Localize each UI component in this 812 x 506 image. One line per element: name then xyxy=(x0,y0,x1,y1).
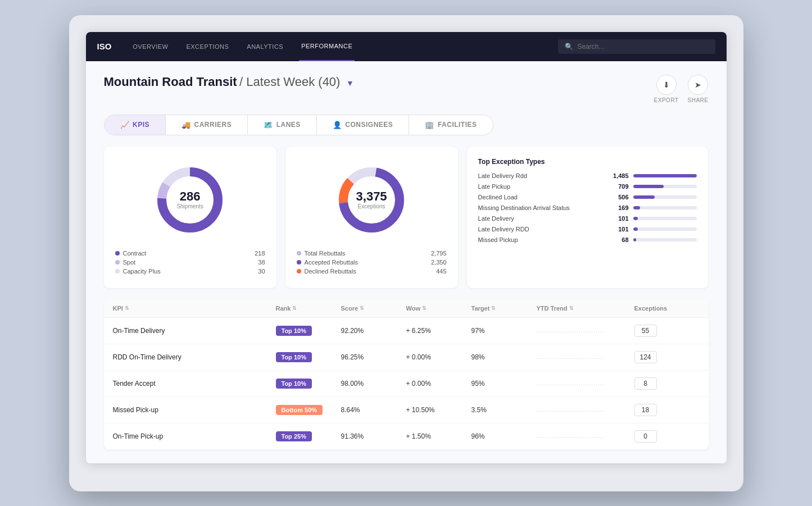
exc-bar-fill xyxy=(633,185,664,188)
kpi-ytd-trend: ................................ xyxy=(537,380,634,386)
search-bar[interactable]: 🔍 xyxy=(558,39,715,54)
table-row[interactable]: Missed Pick-up Bottom 50% 8.64% + 10.50%… xyxy=(104,397,709,423)
contract-label: Contract xyxy=(123,250,147,257)
nav-logo: ISO xyxy=(97,42,112,51)
spot-value: 38 xyxy=(258,259,265,266)
sort-ytd-icon[interactable]: ⇅ xyxy=(569,306,574,311)
th-exceptions: Exceptions xyxy=(634,305,700,312)
sort-score-icon[interactable]: ⇅ xyxy=(360,306,364,311)
total-rebuttals-label: Total Rebuttals xyxy=(305,250,346,257)
exc-bar-bg xyxy=(633,206,697,209)
kpi-rank: Top 25% xyxy=(276,431,341,441)
exc-value: 506 xyxy=(606,194,629,200)
shipments-label: Shipments xyxy=(176,203,203,209)
exc-name: Missed Pickup xyxy=(478,236,602,243)
consignees-icon: 👤 xyxy=(333,121,342,129)
kpi-name: Missed Pick-up xyxy=(113,406,276,414)
kpi-score: 98.00% xyxy=(341,380,406,388)
search-input[interactable] xyxy=(578,43,709,51)
sort-target-icon[interactable]: ⇅ xyxy=(491,306,496,311)
rank-badge: Bottom 50% xyxy=(276,405,323,415)
header-actions: ⬇ EXPORT ➤ SHARE xyxy=(654,75,709,103)
kpi-table: KPI⇅ Rank⇅ Score⇅ Wow⇅ Target⇅ YTD Trend… xyxy=(104,299,709,450)
exc-name: Late Delivery RDD xyxy=(478,226,602,233)
th-kpi: KPI⇅ xyxy=(113,305,276,312)
exceptions-center: 3,375 Exceptions xyxy=(356,190,387,209)
kpi-exceptions: 124 xyxy=(634,351,700,363)
export-icon: ⬇ xyxy=(656,75,677,95)
total-rebuttals-value: 2,795 xyxy=(431,250,447,257)
table-row[interactable]: Tender Accept Top 10% 98.00% + 0.00% 95%… xyxy=(104,371,709,397)
kpi-rank: Top 10% xyxy=(276,379,341,389)
tab-consignees-label: CONSIGNEES xyxy=(345,121,393,129)
share-button[interactable]: ➤ SHARE xyxy=(688,75,709,103)
spot-label: Spot xyxy=(123,259,136,266)
tab-consignees[interactable]: 👤 CONSIGNEES xyxy=(317,115,410,135)
exceptions-legend: Total Rebuttals 2,795 Accepted Rebuttals… xyxy=(297,250,447,277)
top-exceptions-card: Top Exception Types Late Delivery Rdd 1,… xyxy=(467,147,709,288)
share-icon: ➤ xyxy=(688,75,708,95)
kpi-wow: + 6.25% xyxy=(406,327,471,335)
nav-overview[interactable]: OVERVIEW xyxy=(130,32,170,61)
trend-dots: ................................ xyxy=(537,380,605,386)
tab-lanes[interactable]: 🗺️ LANES xyxy=(248,115,317,135)
table-row[interactable]: On-Time Delivery Top 10% 92.20% + 6.25% … xyxy=(104,318,709,344)
nav-analytics[interactable]: ANALYTICS xyxy=(244,32,285,61)
exc-bar-bg xyxy=(633,227,697,231)
th-wow: Wow⇅ xyxy=(406,305,471,312)
nav-exceptions[interactable]: EXCEPTIONS xyxy=(184,32,231,61)
dropdown-arrow-icon[interactable]: ▼ xyxy=(346,79,354,88)
tab-kpis[interactable]: 📈 KPIs xyxy=(105,115,166,135)
nav-performance[interactable]: PERFORMANCE xyxy=(299,32,355,61)
sort-rank-icon[interactable]: ⇅ xyxy=(292,306,297,311)
exceptions-card: 3,375 Exceptions Total Rebuttals 2,795 A… xyxy=(285,147,458,288)
exc-bar-bg xyxy=(633,217,697,220)
exc-row: Late Delivery Rdd 1,485 xyxy=(478,172,697,179)
kpi-exceptions: 55 xyxy=(634,325,700,337)
exceptions-donut-container: 3,375 Exceptions Total Rebuttals 2,795 A… xyxy=(297,158,447,277)
kpi-wow: + 0.00% xyxy=(406,380,471,388)
rank-badge: Top 10% xyxy=(276,326,312,336)
exc-value: 68 xyxy=(606,236,629,243)
sort-kpi-icon[interactable]: ⇅ xyxy=(125,306,129,311)
table-row[interactable]: On-Time Pick-up Top 25% 91.36% + 1.50% 9… xyxy=(104,423,709,450)
main-content: Mountain Road Transit / Latest Week (40)… xyxy=(86,61,727,463)
contract-dot xyxy=(115,251,120,256)
table-row[interactable]: RDD On-Time Delivery Top 10% 96.25% + 0.… xyxy=(104,344,709,371)
accepted-value: 2,350 xyxy=(431,259,447,266)
exc-row: Late Delivery RDD 101 xyxy=(478,226,697,233)
rank-badge: Top 10% xyxy=(276,379,312,389)
shipments-donut: 286 Shipments xyxy=(153,163,226,236)
facilities-icon: 🏢 xyxy=(425,121,434,129)
exc-name: Late Pickup xyxy=(478,183,602,190)
exc-row: Missed Pickup 68 xyxy=(478,236,697,243)
share-label: SHARE xyxy=(688,97,709,103)
screen: ISO OVERVIEW EXCEPTIONS ANALYTICS PERFOR… xyxy=(86,32,727,463)
export-button[interactable]: ⬇ EXPORT xyxy=(654,75,679,103)
exc-bar-fill xyxy=(633,174,697,177)
exc-row: Missing Destination Arrival Status 169 xyxy=(478,204,697,211)
shipments-legend: Contract 218 Spot 38 Capacity Plus 30 xyxy=(115,250,265,277)
exc-name: Late Delivery xyxy=(478,215,602,222)
cards-row: 286 Shipments Contract 218 Spot 38 xyxy=(104,147,709,288)
exc-row: Late Delivery 101 xyxy=(478,215,697,222)
exc-count-badge: 124 xyxy=(634,351,657,363)
shipments-card: 286 Shipments Contract 218 Spot 38 xyxy=(104,147,276,288)
exc-value: 169 xyxy=(606,204,629,211)
shipments-donut-container: 286 Shipments Contract 218 Spot 38 xyxy=(115,158,265,277)
tab-facilities[interactable]: 🏢 FACILITIES xyxy=(409,115,492,135)
kpi-exceptions: 8 xyxy=(634,377,700,390)
tab-carriers[interactable]: 🚚 CARRIERS xyxy=(166,115,248,135)
spot-dot xyxy=(115,260,120,265)
exc-bar-bg xyxy=(633,174,697,177)
page-header: Mountain Road Transit / Latest Week (40)… xyxy=(104,75,709,103)
exceptions-rows: Late Delivery Rdd 1,485 Late Pickup 709 … xyxy=(478,172,697,243)
kpi-wow: + 0.00% xyxy=(406,353,471,361)
rank-badge: Top 25% xyxy=(276,431,312,441)
kpi-target: 98% xyxy=(471,353,537,361)
exc-bar-bg xyxy=(633,238,697,241)
kpi-score: 91.36% xyxy=(341,432,406,440)
sort-wow-icon[interactable]: ⇅ xyxy=(422,306,427,311)
exceptions-number: 3,375 xyxy=(356,190,387,203)
exc-count-badge: 18 xyxy=(634,404,657,416)
